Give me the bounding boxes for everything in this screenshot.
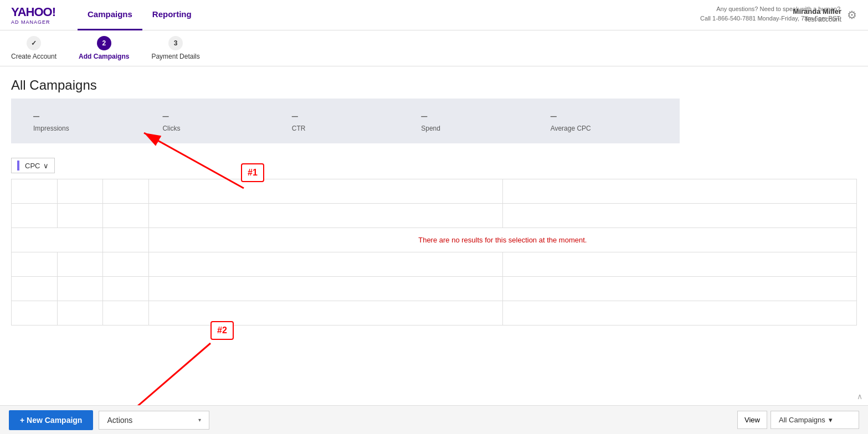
main-nav: Campaigns Reporting: [78, 0, 202, 30]
new-campaign-button[interactable]: + New Campaign: [9, 410, 93, 430]
no-results-message: There are no results for this selection …: [148, 228, 856, 252]
all-campaigns-label: All Campaigns: [779, 416, 825, 424]
actions-dropdown[interactable]: Actions ▾: [99, 411, 209, 430]
stat-clicks: – Clicks: [151, 105, 280, 137]
all-campaigns-dropdown[interactable]: All Campaigns ▾: [771, 411, 859, 429]
logo-area: YAHOO! AD MANAGER: [11, 5, 55, 25]
stat-impressions: – Impressions: [22, 105, 151, 137]
stat-avg-cpc: – Average CPC: [540, 105, 669, 137]
wizard-step-circle-1: ✓: [27, 36, 41, 50]
all-campaigns-chevron-icon: ▾: [829, 416, 833, 424]
cpc-dropdown[interactable]: CPC ∨: [11, 158, 55, 173]
stat-spend-value: –: [421, 110, 427, 122]
stat-ctr-label: CTR: [292, 125, 306, 132]
nav-tab-reporting[interactable]: Reporting: [142, 0, 202, 30]
wizard-step-create-account[interactable]: ✓ Create Account: [11, 36, 57, 60]
wizard-step-add-campaigns[interactable]: 2 Add Campaigns: [79, 36, 129, 60]
bottom-right: View All Campaigns ▾: [737, 411, 859, 429]
wizard-bar: ✓ Create Account 2 Add Campaigns 3 Payme…: [0, 30, 868, 66]
main-content: All Campaigns – Impressions – Clicks – C…: [0, 66, 868, 326]
bottom-bar: + New Campaign Actions ▾ View All Campai…: [0, 405, 868, 434]
table-row: [12, 277, 857, 301]
stat-clicks-value: –: [162, 110, 168, 122]
cpc-accent-bar: [17, 161, 19, 170]
wizard-step-label-3: Payment Details: [151, 53, 199, 60]
campaigns-table: There are no results for this selection …: [11, 179, 857, 326]
page-title: All Campaigns: [0, 66, 868, 99]
stat-impressions-label: Impressions: [33, 125, 69, 132]
stat-avg-cpc-value: –: [551, 110, 557, 122]
actions-chevron-icon: ▾: [198, 417, 201, 423]
cpc-chevron: ∨: [43, 162, 49, 170]
annotation-2: #2: [210, 321, 234, 340]
annotation-1: #1: [241, 163, 264, 182]
wizard-step-label-2: Add Campaigns: [79, 53, 129, 60]
stat-spend-label: Spend: [421, 125, 440, 132]
table-row: [12, 252, 857, 277]
stat-clicks-label: Clicks: [162, 125, 180, 132]
table-row: [12, 204, 857, 228]
nav-tab-campaigns[interactable]: Campaigns: [78, 0, 142, 30]
stat-ctr: – CTR: [281, 105, 410, 137]
wizard-step-payment[interactable]: 3 Payment Details: [151, 36, 199, 60]
stat-ctr-value: –: [292, 110, 298, 122]
stat-impressions-value: –: [33, 110, 39, 122]
view-button[interactable]: View: [737, 411, 767, 429]
wizard-step-circle-3: 3: [168, 36, 183, 50]
wizard-step-circle-2: 2: [97, 36, 111, 50]
yahoo-logo: YAHOO!: [11, 5, 55, 19]
wizard-step-label-1: Create Account: [11, 53, 57, 60]
scroll-up-icon[interactable]: ∧: [857, 392, 862, 401]
table-row: [12, 301, 857, 326]
table-row: There are no results for this selection …: [12, 228, 857, 252]
settings-icon[interactable]: ⚙: [847, 8, 857, 22]
ad-manager-label: AD MANAGER: [11, 19, 55, 25]
filter-bar: CPC ∨: [0, 152, 868, 179]
stats-bar: – Impressions – Clicks – CTR – Spend – A…: [11, 99, 680, 143]
stat-spend: – Spend: [410, 105, 539, 137]
support-info: Any questions? Need to speak with a huma…: [700, 4, 840, 23]
cpc-label: CPC: [25, 162, 40, 170]
stat-avg-cpc-label: Average CPC: [551, 125, 591, 132]
table-row: [12, 179, 857, 204]
actions-label: Actions: [107, 416, 132, 425]
